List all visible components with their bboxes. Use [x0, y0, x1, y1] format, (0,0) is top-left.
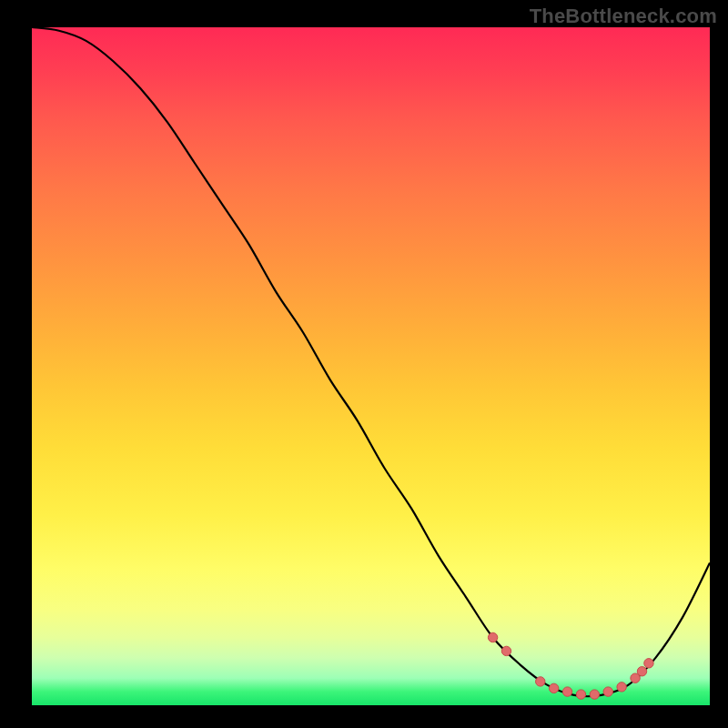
highlight-dot: [536, 677, 545, 686]
chart-plot-area: [32, 27, 710, 705]
highlight-dot: [501, 646, 511, 655]
highlight-dot: [488, 632, 497, 642]
watermark-text: TheBottleneck.com: [530, 5, 717, 28]
highlight-dot: [562, 687, 571, 696]
chart-frame: TheBottleneck.com: [0, 0, 728, 728]
bottleneck-curve: [32, 27, 710, 696]
highlight-dot: [637, 667, 646, 676]
highlight-dot: [576, 690, 585, 699]
highlight-dot: [549, 683, 558, 693]
highlight-dots: [488, 632, 653, 699]
highlight-dot: [617, 682, 626, 692]
highlight-dot: [590, 690, 599, 699]
chart-svg: [32, 27, 710, 705]
highlight-dot: [603, 687, 612, 696]
highlight-dot: [644, 659, 653, 668]
